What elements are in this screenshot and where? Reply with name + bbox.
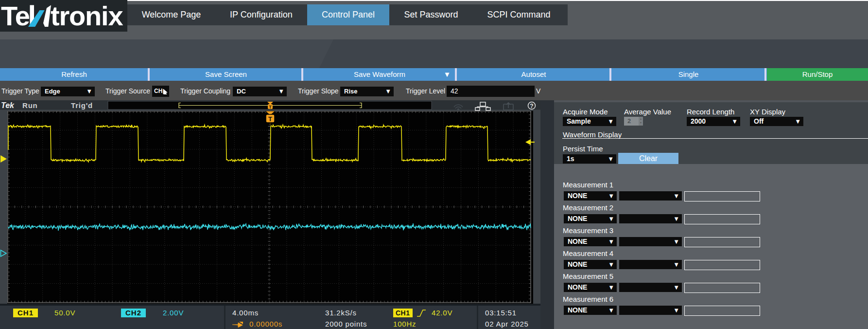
svg-text:Tek: Tek [1,101,15,110]
svg-text:Run: Run [22,101,38,110]
svg-text:Te: Te [1,0,30,31]
svg-text:T: T [269,105,272,110]
svg-text:T: T [268,115,272,123]
svg-text:tronix: tronix [51,0,123,31]
svg-text:Trig'd: Trig'd [71,101,93,110]
svg-text:?: ? [530,103,533,110]
